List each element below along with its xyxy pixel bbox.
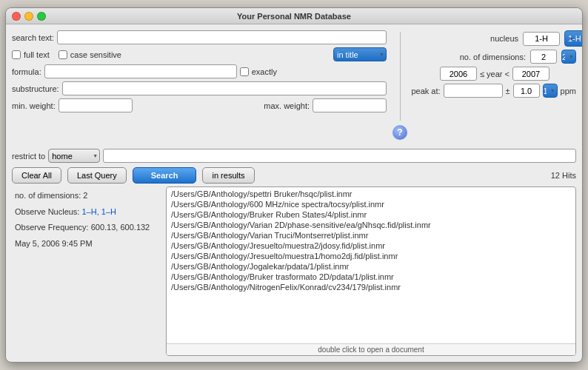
dimensions-row: no. of dimensions: 2 1 3 (413, 50, 576, 64)
peak-select[interactable]: 1.0 0.5 2.0 (543, 84, 558, 98)
bottom-section: no. of dimensions: 2 Observe Nucleus: 1–… (12, 186, 576, 356)
result-item[interactable]: /Users/GB/Anthology/Bruker Ruben States/… (170, 209, 572, 220)
nucleus-select-1[interactable]: 1-H 13-C 15-N (564, 30, 583, 47)
case-sensitive-label: case sensitive (70, 50, 121, 59)
substructure-input[interactable] (62, 81, 387, 95)
info-panel: no. of dimensions: 2 Observe Nucleus: 1–… (12, 186, 160, 356)
peak-input[interactable] (444, 84, 503, 98)
year-from-input[interactable] (440, 67, 477, 81)
help-icon[interactable]: ? (392, 125, 407, 140)
peak-label: peak at: (411, 87, 440, 95)
dimensions-label: no. of dimensions: (460, 53, 526, 61)
info-frequency: Observe Frequency: 600.13, 600.132 (15, 221, 157, 235)
info-nucleus-row: Observe Nucleus: 1–H, 1–H (15, 206, 157, 219)
info-nucleus-label: Observe Nucleus: (15, 207, 79, 216)
full-text-label: full text (24, 50, 50, 59)
year-row: ≤ year < (413, 67, 576, 81)
restrict-select-wrapper[interactable]: home all (48, 149, 100, 163)
nucleus-input-1[interactable] (523, 32, 560, 46)
search-text-row: search text: (12, 30, 387, 44)
top-section: search text: full text case sensitive in… (12, 30, 576, 144)
formula-input[interactable] (44, 64, 237, 78)
button-row: Clear All Last Query Search in results 1… (12, 167, 576, 184)
result-item[interactable]: /Users/GB/Anthology/Jresuelto/muestra1/h… (170, 251, 572, 261)
right-panel: nucleus 1-H 13-C 15-N no. of dimensions: (413, 30, 576, 144)
plusminus: ± (506, 87, 510, 95)
in-results-button[interactable]: in results (202, 167, 254, 184)
peak-stepper[interactable]: 1.0 0.5 2.0 (543, 84, 558, 98)
result-item[interactable]: /Users/GB/Anthology/spettri Bruker/hsqc/… (170, 189, 572, 199)
divider-section: ? (392, 30, 407, 144)
formula-row: formula: exactly (12, 64, 387, 78)
result-item[interactable]: /Users/GB/Anthology/600 MHz/nice spectra… (170, 199, 572, 209)
min-weight-input[interactable] (59, 98, 133, 112)
exactly-label: exactly (252, 67, 277, 76)
titlebar: Your Personal NMR Database (6, 8, 582, 24)
clear-all-button[interactable]: Clear All (12, 167, 61, 184)
restrict-path-input[interactable] (103, 149, 576, 163)
minimize-button[interactable] (24, 12, 33, 21)
result-item[interactable]: /Users/GB/Anthology/Bruker trasformato 2… (170, 272, 572, 282)
search-text-input[interactable] (57, 30, 387, 44)
dimensions-input[interactable] (530, 50, 557, 64)
dimensions-stepper[interactable]: 2 1 3 (561, 50, 576, 64)
left-panel: search text: full text case sensitive in… (12, 30, 387, 144)
restrict-select[interactable]: home all (48, 149, 100, 163)
substructure-row: substructure: (12, 81, 387, 95)
result-item[interactable]: /Users/GB/Anthology/NitrogenFelix/Konrad… (170, 282, 572, 292)
window-title: Your Personal NMR Database (237, 12, 351, 21)
main-window: Your Personal NMR Database search text: … (5, 7, 583, 363)
results-panel: /Users/GB/Anthology/spettri Bruker/hsqc/… (166, 186, 576, 356)
result-item[interactable]: /Users/GB/Anthology/Jresuelto/muestra2/j… (170, 240, 572, 251)
hits-count: 12 Hits (551, 171, 576, 180)
close-button[interactable] (12, 12, 21, 21)
formula-label: formula: (12, 67, 41, 76)
last-query-button[interactable]: Last Query (67, 167, 127, 184)
info-nucleus-values: 1–H, 1–H (82, 207, 116, 216)
results-footer: double click to open a document (167, 343, 575, 355)
nucleus-link[interactable]: 1–H, 1–H (82, 207, 116, 216)
results-list: /Users/GB/Anthology/spettri Bruker/hsqc/… (167, 187, 575, 343)
full-text-checkbox[interactable] (12, 50, 21, 59)
search-button[interactable]: Search (133, 167, 197, 184)
maximize-button[interactable] (37, 12, 46, 21)
peak-tolerance-input[interactable] (513, 84, 540, 98)
min-weight-label: min. weight: (12, 101, 56, 110)
nucleus-label: nucleus (490, 34, 518, 43)
ppm-label: ppm (561, 87, 576, 95)
substructure-label: substructure: (12, 84, 59, 93)
result-item[interactable]: /Users/GB/Anthology/Varian Truci/Montser… (170, 230, 572, 240)
peak-row: peak at: ± 1.0 0.5 2.0 ppm (413, 84, 576, 98)
search-text-label: search text: (12, 33, 54, 42)
result-item[interactable]: /Users/GB/Anthology/Varian 2D/phase-sens… (170, 220, 572, 230)
options-row: full text case sensitive in title in all… (12, 47, 387, 61)
case-sensitive-checkbox[interactable] (59, 50, 67, 59)
nucleus-row: nucleus 1-H 13-C 15-N (413, 30, 576, 47)
max-weight-label: max. weight: (264, 101, 310, 110)
restrict-label: restrict to (12, 152, 45, 161)
in-title-wrapper: in title in all fields (333, 47, 387, 61)
year-lte-label: ≤ year < (480, 70, 510, 78)
info-dimensions: no. of dimensions: 2 (15, 189, 157, 203)
year-to-input[interactable] (512, 67, 549, 81)
max-weight-input[interactable] (313, 98, 387, 112)
weight-row: min. weight: max. weight: (12, 98, 387, 112)
nucleus-stepper-1[interactable]: 1-H 13-C 15-N (564, 30, 576, 47)
restrict-row: restrict to home all (12, 149, 576, 163)
in-title-select[interactable]: in title in all fields (333, 47, 387, 61)
vertical-divider (400, 32, 401, 121)
dimensions-select[interactable]: 2 1 3 (561, 50, 576, 64)
exactly-checkbox[interactable] (240, 67, 249, 76)
traffic-lights (12, 12, 46, 21)
result-item[interactable]: /Users/GB/Anthology/Jogalekar/pdata/1/pl… (170, 261, 572, 272)
content-area: search text: full text case sensitive in… (6, 24, 582, 362)
info-date: May 5, 2006 9:45 PM (15, 238, 157, 251)
